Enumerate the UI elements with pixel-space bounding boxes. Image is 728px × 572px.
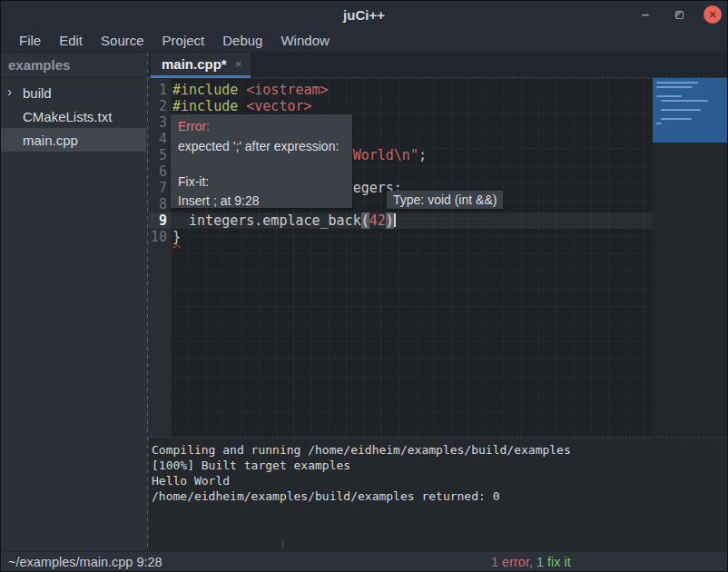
code-token: <vector> [246, 98, 311, 114]
code-token: ( [361, 212, 369, 229]
chevron-right-icon[interactable]: › [7, 84, 12, 99]
output-line: /home/eidheim/examples/build/examples re… [152, 488, 727, 504]
overview-code-line [661, 100, 708, 102]
restore-button[interactable] [670, 5, 688, 24]
title-bar[interactable]: juCi++ – ✕ [1, 1, 727, 28]
code-line: } [171, 229, 653, 245]
line-number-gutter: 12345678910 [149, 78, 171, 437]
menu-item-file[interactable]: File [10, 30, 50, 51]
window-controls: – ✕ [636, 1, 722, 28]
menu-item-edit[interactable]: Edit [50, 30, 92, 51]
line-number: 6 [149, 163, 171, 180]
code-editor: 12345678910 #include <iostream>#include … [149, 78, 727, 437]
main-pane: main.cpp* × 12345678910 #include <iostre… [149, 53, 727, 551]
sidebar-item-main-cpp[interactable]: main.cpp [1, 128, 146, 152]
output-line: [100%] Built target examples [152, 458, 727, 473]
tab-close-icon[interactable]: × [235, 57, 242, 71]
diagnostics-status: 1 error, 1 fix it [491, 555, 571, 569]
sidebar-item-build[interactable]: ›build [1, 81, 146, 104]
line-number: 8 [149, 196, 171, 212]
line-number: 10 [149, 229, 171, 245]
overview-code-line [656, 82, 698, 84]
overview-code-line [656, 95, 682, 97]
status-bar: ~/examples/main.cpp 9:28 1 error, 1 fix … [1, 551, 727, 571]
menu-item-project[interactable]: Project [153, 30, 214, 51]
line-number: 9 [149, 212, 171, 229]
code-token: ; [418, 147, 427, 163]
fixit-message: Insert ; at 9:28 [178, 193, 345, 209]
overview-map[interactable] [653, 78, 727, 437]
code-token: #include [172, 82, 246, 98]
close-icon: ✕ [708, 9, 716, 21]
tab-main-cpp[interactable]: main.cpp* × [151, 53, 251, 78]
file-location-status: ~/examples/main.cpp 9:28 [8, 555, 162, 569]
project-name-header: examples [1, 53, 146, 78]
error-tooltip: Error: expected ';' after expression: Fi… [171, 114, 352, 208]
error-tooltip-title: Error: [178, 119, 345, 134]
code-line: #include <vector> [171, 98, 653, 114]
minimize-button[interactable]: – [636, 5, 654, 24]
file-tree: ›buildCMakeLists.txtmain.cpp [1, 78, 146, 152]
error-tooltip-message: expected ';' after expression: [178, 139, 345, 154]
menu-item-source[interactable]: Source [92, 30, 153, 51]
file-label: CMakeLists.txt [23, 109, 112, 124]
code-line: integers.emplace_back(42) [171, 212, 653, 229]
code-token: integers.emplace_back [172, 212, 361, 229]
line-number: 4 [149, 131, 171, 147]
output-line: Hello World [152, 473, 727, 488]
app-window: juCi++ – ✕ FileEditSourceProjectDebugWin… [0, 0, 728, 572]
overview-viewport[interactable] [653, 78, 727, 143]
menu-item-window[interactable]: Window [271, 30, 338, 51]
output-line: Compiling and running /home/eidheim/exam… [152, 442, 727, 458]
window-title: juCi++ [343, 7, 385, 23]
code-token: #include [172, 98, 246, 114]
code-token: ) [386, 212, 394, 229]
text-cursor [394, 213, 396, 227]
diagnostics-separator: , [529, 555, 536, 569]
terminal-cursor [282, 539, 283, 549]
file-tree-sidebar: examples ›buildCMakeLists.txtmain.cpp [1, 53, 146, 551]
overview-code-line [656, 123, 662, 124]
content-area: examples ›buildCMakeLists.txtmain.cpp ma… [1, 53, 727, 551]
file-label: main.cpp [23, 133, 78, 148]
line-number: 5 [149, 147, 171, 163]
restore-icon [675, 11, 684, 19]
line-number: 1 [149, 82, 171, 98]
fixit-title: Fix-it: [178, 174, 345, 190]
overview-code-line [661, 118, 692, 120]
menu-item-debug[interactable]: Debug [213, 30, 271, 51]
code-token: } [172, 229, 181, 245]
code-line: #include <iostream> [171, 82, 653, 98]
build-output-panel[interactable]: Compiling and running /home/eidheim/exam… [149, 437, 727, 551]
code-token: 42 [369, 212, 386, 229]
error-count: 1 error [491, 555, 529, 569]
close-button[interactable]: ✕ [703, 5, 722, 24]
overview-code-line [661, 109, 701, 111]
minimize-icon: – [642, 10, 649, 19]
menu-bar: FileEditSourceProjectDebugWindow [1, 28, 727, 53]
sidebar-item-cmakelists-txt[interactable]: CMakeLists.txt [1, 104, 146, 128]
line-number: 3 [149, 114, 171, 131]
type-tooltip: Type: void (int &&) [387, 191, 503, 209]
overview-code-line [656, 86, 693, 88]
tooltip-spacer [178, 154, 345, 174]
file-label: build [23, 85, 52, 101]
tab-bar: main.cpp* × [149, 53, 727, 78]
code-token: <iostream> [246, 82, 328, 98]
line-number: 2 [149, 98, 171, 114]
line-number: 7 [149, 180, 171, 196]
fixit-count: 1 fix it [536, 555, 571, 569]
tab-label: main.cpp* [162, 56, 227, 72]
